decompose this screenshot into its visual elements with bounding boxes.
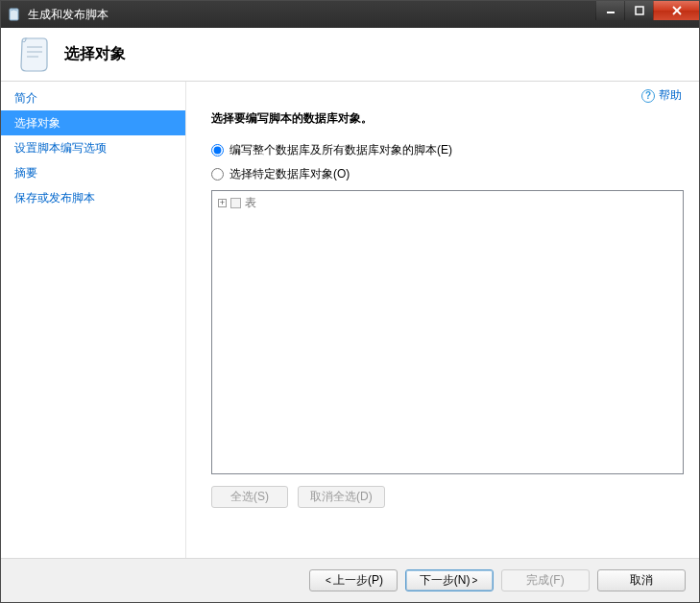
minimize-button[interactable] <box>595 1 624 20</box>
instruction-text: 选择要编写脚本的数据库对象。 <box>211 110 684 127</box>
wizard-window: 生成和发布脚本 <box>0 0 700 603</box>
radio-entire-database[interactable]: 编写整个数据库及所有数据库对象的脚本(E) <box>211 142 684 158</box>
help-link[interactable]: ? 帮助 <box>641 87 682 104</box>
select-all-button: 全选(S) <box>211 486 288 508</box>
deselect-all-button: 取消全选(D) <box>298 486 385 508</box>
next-button[interactable]: 下一步(N) > <box>405 569 494 591</box>
content-pane: ? 帮助 选择要编写脚本的数据库对象。 编写整个数据库及所有数据库对象的脚本(E… <box>186 82 699 558</box>
close-button[interactable] <box>653 1 699 20</box>
sidebar: 简介 选择对象 设置脚本编写选项 摘要 保存或发布脚本 <box>1 82 186 558</box>
tree-root-label: 表 <box>245 195 256 211</box>
footer: < 上一步(P) 下一步(N) > 完成(F) 取消 <box>1 558 699 602</box>
sidebar-item-select-objects[interactable]: 选择对象 <box>1 110 185 135</box>
sidebar-item-save-publish[interactable]: 保存或发布脚本 <box>1 185 185 210</box>
radio-specific-objects[interactable]: 选择特定数据库对象(O) <box>211 166 684 182</box>
sidebar-item-intro[interactable]: 简介 <box>1 85 185 110</box>
sidebar-item-summary[interactable]: 摘要 <box>1 160 185 185</box>
window-title: 生成和发布脚本 <box>28 7 109 23</box>
tree-root-row[interactable]: + 表 <box>218 195 677 211</box>
header-band: 选择对象 <box>1 28 699 82</box>
finish-button: 完成(F) <box>501 569 590 591</box>
maximize-button[interactable] <box>624 1 653 20</box>
radio-entire-label: 编写整个数据库及所有数据库对象的脚本(E) <box>229 142 452 158</box>
help-label: 帮助 <box>659 87 682 104</box>
expand-icon[interactable]: + <box>218 199 227 207</box>
radio-specific-label: 选择特定数据库对象(O) <box>229 166 350 182</box>
window-controls <box>595 1 699 20</box>
cancel-button[interactable]: 取消 <box>597 569 686 591</box>
app-icon <box>7 7 22 22</box>
help-icon: ? <box>641 89 655 103</box>
next-label: 下一步(N) <box>420 572 471 589</box>
svg-rect-2 <box>636 7 643 14</box>
previous-button[interactable]: < 上一步(P) <box>309 569 398 591</box>
script-icon <box>14 36 53 74</box>
titlebar: 生成和发布脚本 <box>1 1 699 28</box>
body: 简介 选择对象 设置脚本编写选项 摘要 保存或发布脚本 ? 帮助 选择要编写脚本… <box>1 82 699 558</box>
radio-entire-input[interactable] <box>211 144 224 157</box>
objects-tree: + 表 <box>211 190 684 474</box>
page-title: 选择对象 <box>64 44 126 64</box>
radio-specific-input[interactable] <box>211 168 224 181</box>
chevron-right-icon: > <box>471 575 477 586</box>
selection-buttons: 全选(S) 取消全选(D) <box>211 486 684 508</box>
chevron-left-icon: < <box>326 575 331 586</box>
tree-checkbox[interactable] <box>230 198 241 208</box>
previous-label: 上一步(P) <box>333 572 383 589</box>
sidebar-item-script-options[interactable]: 设置脚本编写选项 <box>1 135 185 160</box>
